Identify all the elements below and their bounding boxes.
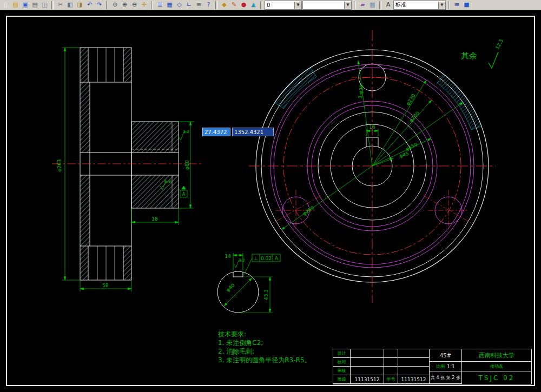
dim-left-width: 58 [102,283,109,288]
toolbar-separator [448,1,450,9]
titleblock-class-number: 11131512 [351,375,384,384]
open-file-icon[interactable]: ▨ [11,1,20,9]
toolbar-separator [151,1,153,9]
dim-left-hub-length: 18 [151,216,158,222]
print-icon[interactable]: ▤ [30,1,39,9]
layer-combo-arrow-icon[interactable]: ▼ [294,2,301,9]
right-view-centerlines[interactable] [249,30,496,303]
toolbar-icons: ▯▨▣▤◫✂◧◨↶↷⊙⊕⊖✛≣▦◇∟≡?◆✎●▲0▼▼▰▥A标准▼≡■ [1,1,540,10]
help-icon[interactable]: ? [204,1,213,9]
titleblock-cell-empty [384,358,398,367]
osnap-icon[interactable]: ◇ [175,1,184,9]
toolbar: ▯▨▣▤◫✂◧◨↶↷⊙⊕⊖✛≣▦◇∟≡?◆✎●▲0▼▼▰▥A标准▼≡■ [0,0,541,10]
toolbar-separator [51,1,54,9]
match-props-icon[interactable]: ▰ [358,1,367,9]
zoom-window-icon[interactable]: ⊕ [120,1,129,9]
pan-icon[interactable]: ✛ [140,1,149,9]
surface-finish-label: 其余 [461,51,477,61]
linetype-icon[interactable]: ≡ [194,1,203,9]
title-block-left: 设计 校对 审核 班级 11131512 学号 11131512 [333,349,430,384]
properties-icon[interactable]: ≡ [452,1,461,9]
techreq-title: 技术要求: [218,330,311,338]
titleblock-cell-empty [398,358,430,367]
roughness-symbol-icon [489,52,498,68]
techreq-item: 2. 消除毛刺; [218,347,311,356]
titleblock-label-student-id: 学号 [384,375,398,384]
view-icon[interactable]: ▲ [249,1,258,9]
titleblock-student-number: 11131512 [398,375,430,384]
color-combo[interactable]: ▼ [302,1,352,10]
titleblock-material: 45# [430,349,462,362]
titleblock-scale-value: 1:1 [447,364,454,369]
toolbar-separator [260,1,262,9]
toolbar-separator [354,1,356,9]
titleblock-scale-label: 比例 [436,363,445,369]
layer-combo[interactable]: 0▼ [265,1,302,10]
new-file-icon[interactable]: ▯ [1,1,10,9]
title-block-middle: 45# 比例 1:1 共 4 张 第 2 张 [430,349,462,384]
titleblock-cell-empty [384,349,398,358]
dynamic-input-x[interactable]: 27.4372 [202,128,230,136]
dim-detail-diameter: φ40 [225,282,236,293]
titleblock-cell-empty [398,349,430,358]
detail-view-dimensions[interactable] [224,253,280,313]
color-combo-arrow-icon[interactable]: ▼ [344,2,351,9]
title-block-right: 西南科技大学 传动盘 TSJC 02 [462,349,531,384]
zoom-previous-icon[interactable]: ⊖ [130,1,139,9]
titleblock-part-name: 传动盘 [462,362,531,371]
titleblock-drawing-number: TSJC 02 [462,371,531,384]
titleblock-label-design: 设计 [333,349,351,358]
dynamic-input-y[interactable]: 1352.4321 [232,128,274,136]
style-combo[interactable]: 标准▼ [393,1,446,10]
dim-right-bore: φ45 [399,151,410,159]
tolerance-datum: A [275,256,279,261]
cut-icon[interactable]: ✂ [56,1,65,9]
techreq-item: 3. 未注明的圆角半径为R3-R5。 [218,356,311,364]
toolbar-separator [215,1,217,9]
surface-finish-note[interactable]: 其余 12.5 [461,38,504,68]
style-combo-arrow-icon[interactable]: ▼ [438,2,445,9]
copy-icon[interactable]: ◧ [65,1,75,9]
modify-icon[interactable]: ✎ [229,1,239,9]
ortho-icon[interactable]: ∟ [184,1,194,9]
titleblock-label-audit: 审核 [333,367,351,375]
grid-icon[interactable]: ▦ [165,1,174,9]
techreq-item: 1. 未注倒角C2; [218,338,311,347]
dim-detail-depth: 43.3 [263,289,269,300]
layers-icon[interactable]: ≣ [155,1,164,9]
dim-right-d3: φ200 [408,110,420,123]
dim-left-outer: φ263 [57,159,62,171]
zoom-realtime-icon[interactable]: ⊙ [110,1,120,9]
dim-left-hub: φ80 [184,160,190,170]
paste-icon[interactable]: ◨ [75,1,84,9]
titleblock-sheet-info: 共 4 张 第 2 张 [430,371,462,384]
title-block[interactable]: 设计 校对 审核 班级 11131512 学号 11131512 45# 比例 … [333,349,532,384]
titleblock-scale-cell: 比例 1:1 [430,362,462,371]
text-style-icon[interactable]: A [384,1,393,9]
redo-icon[interactable]: ↷ [95,1,104,9]
titleblock-school: 西南科技大学 [462,349,531,362]
titleblock-cell-empty [384,367,398,375]
draw-point-icon[interactable]: ◆ [220,1,229,9]
datum-label: A [182,191,186,197]
roughness-value-2: 6.3 [164,179,171,184]
sheet-set-icon[interactable]: ■ [462,1,471,9]
titleblock-label-check: 校对 [333,358,351,367]
layer-combo-value: 0 [267,2,270,8]
titleblock-cell-empty [351,358,384,367]
tolerance-symbol: ⊥ [254,256,258,261]
cad-window: φ263 φ80 18 58 3.2 6.3 A [0,0,541,392]
dim-right-keyway: 16 [369,124,375,130]
titleblock-cell-empty [351,367,384,375]
save-icon[interactable]: ▣ [21,1,30,9]
hatch-icon[interactable]: ● [239,1,248,9]
technical-requirements[interactable]: 技术要求: 1. 未注倒角C2; 2. 消除毛刺; 3. 未注明的圆角半径为R3… [218,330,311,364]
undo-icon[interactable]: ↶ [85,1,94,9]
surface-roughness-value: 12.5 [494,38,504,50]
preview-icon[interactable]: ◫ [40,1,49,9]
titleblock-cell-empty [351,349,384,358]
roughness-value-1: 3.2 [183,129,189,134]
tool-palettes-icon[interactable]: ▥ [368,1,377,9]
dim-detail-keyway-width: 14 [225,254,232,259]
titleblock-label-class: 班级 [333,375,351,384]
